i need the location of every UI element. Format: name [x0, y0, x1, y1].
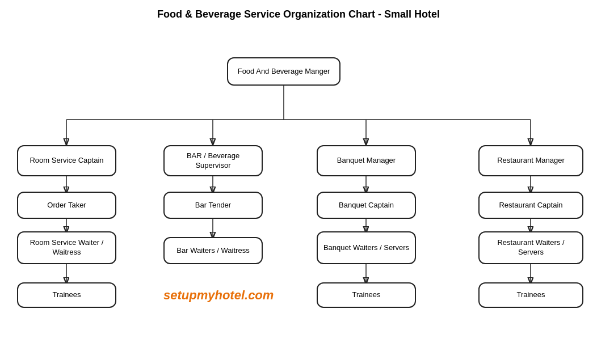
node-rest-mgr: Restaurant Manager — [478, 145, 583, 176]
node-order-taker: Order Taker — [17, 192, 116, 219]
org-chart: Food And Beverage Manger Room Service Ca… — [6, 26, 591, 332]
node-manager: Food And Beverage Manger — [227, 57, 340, 86]
page-title: Food & Beverage Service Organization Cha… — [6, 9, 591, 20]
node-bar-tender: Bar Tender — [163, 192, 263, 219]
node-bar-waiters: Bar Waiters / Waitress — [163, 237, 263, 264]
node-banquet-waiters: Banquet Waiters / Servers — [317, 231, 416, 264]
node-trainees-3: Trainees — [317, 282, 416, 308]
node-banquet-mgr: Banquet Manager — [317, 145, 416, 176]
node-banquet-capt: Banquet Captain — [317, 192, 416, 219]
node-room-waiter: Room Service Waiter / Waitress — [17, 231, 116, 264]
watermark: setupmyhotel.com — [163, 288, 274, 303]
page: Food & Beverage Service Organization Cha… — [0, 0, 597, 364]
node-room-captain: Room Service Captain — [17, 145, 116, 176]
node-trainees-4: Trainees — [478, 282, 583, 308]
node-bar-sup: BAR / Beverage Supervisor — [163, 145, 263, 176]
node-rest-waiters: Restaurant Waiters / Servers — [478, 231, 583, 264]
node-trainees-1: Trainees — [17, 282, 116, 308]
node-rest-capt: Restaurant Captain — [478, 192, 583, 219]
